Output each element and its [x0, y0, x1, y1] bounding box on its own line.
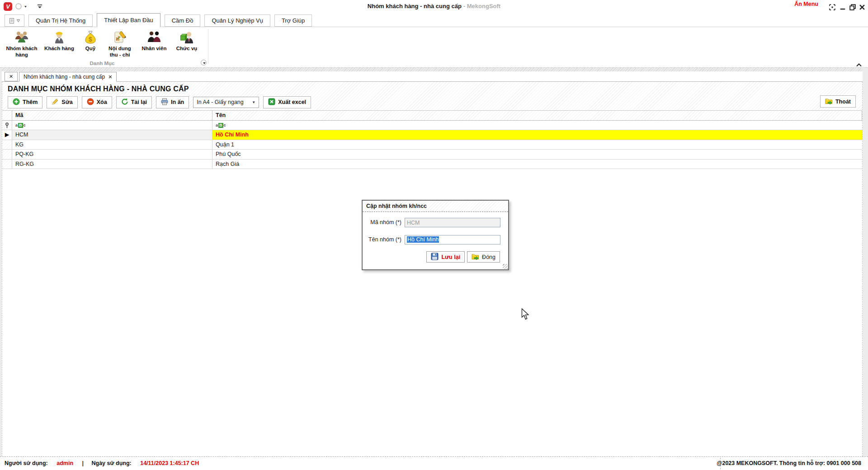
cell-ma[interactable]: KG: [12, 140, 212, 150]
ribbon-item-noi-dung-thu-chi[interactable]: Nội dung thu - chi: [103, 29, 137, 59]
cell-ten[interactable]: Phú Quốc: [212, 150, 862, 160]
chevron-down-icon: ▼: [252, 100, 255, 104]
filter-input-ten[interactable]: aBc: [212, 121, 862, 130]
cell-ma[interactable]: HCM: [12, 130, 212, 140]
user-value: admin: [57, 460, 73, 466]
selected-text: Hồ Chí Minh: [407, 236, 439, 243]
resize-grip[interactable]: [503, 264, 508, 269]
date-value: 14/11/2023 1:45:17 CH: [140, 460, 199, 466]
dialog-title: Cập nhật nhóm kh/ncc: [363, 201, 508, 212]
name-field[interactable]: Hồ Chí Minh: [405, 235, 500, 244]
cell-ma[interactable]: PQ-KG: [12, 150, 212, 160]
table-row[interactable]: PQ-KG Phú Quốc: [2, 150, 862, 160]
ribbon-item-khach-hang[interactable]: Khách hàng: [41, 29, 78, 53]
hide-menu-button[interactable]: Ẩn Menu: [794, 1, 818, 7]
reload-button[interactable]: Tải lại: [116, 96, 152, 108]
export-excel-button[interactable]: Xuất excel: [263, 96, 311, 108]
ribbon-item-quy[interactable]: $ Quỹ: [78, 29, 103, 53]
ribbon-collapse-chevron-icon[interactable]: [856, 62, 862, 68]
filter-input-ma[interactable]: aBc: [12, 121, 212, 130]
status-bar: Người sử dụng: admin | Ngày sử dụng: 14/…: [0, 456, 868, 470]
cell-ten[interactable]: Hồ Chí Minh: [212, 130, 862, 140]
filter-pin-icon[interactable]: [2, 121, 12, 130]
code-field-label: Mã nhóm (*): [334, 218, 401, 227]
table-row[interactable]: ▶ HCM Hồ Chí Minh: [2, 130, 862, 140]
close-dialog-button[interactable]: Đóng: [467, 251, 500, 263]
minimize-button[interactable]: [840, 4, 847, 11]
title-bar: V ▼ Nhóm khách hàng - nhà cung cấp- Meko…: [0, 0, 868, 13]
ribbon-tab-bar: Quản Trị Hệ Thống Thiết Lập Ban Đầu Cầm …: [0, 13, 868, 27]
cell-ten[interactable]: Rạch Giá: [212, 160, 862, 169]
app-window: V ▼ Nhóm khách hàng - nhà cung cấp- Meko…: [0, 0, 868, 470]
tab-quan-ly-nghiep-vu[interactable]: Quản Lý Nghiệp Vụ: [204, 14, 270, 27]
exit-button[interactable]: Thoát: [820, 95, 856, 108]
close-all-tabs-button[interactable]: ✕: [5, 72, 18, 81]
mouse-cursor: [521, 308, 529, 321]
filter-abc-icon: aBc: [15, 123, 26, 128]
table-row[interactable]: RG-KG Rạch Giá: [2, 160, 862, 169]
fullscreen-button[interactable]: [829, 4, 836, 11]
page-title: DANH MỤC NHÓM KHÁCH HÀNG - NHÀ CUNG CẤP: [2, 82, 862, 94]
tab-cam-do[interactable]: Cầm Đồ: [165, 14, 201, 27]
excel-icon: [268, 98, 275, 107]
tab-tro-giup[interactable]: Trợ Giúp: [274, 14, 312, 27]
edit-button[interactable]: Sửa: [47, 96, 77, 108]
document-tab-active[interactable]: Nhóm khách hàng - nhà cung cấp ✕: [19, 72, 117, 82]
cell-ten[interactable]: Quận 1: [212, 140, 862, 150]
column-header-ma[interactable]: Mã: [12, 111, 212, 121]
ribbon-group-separator: [208, 29, 208, 64]
column-header-ten[interactable]: Tên: [212, 111, 862, 121]
tab-thiet-lap-ban-dau[interactable]: Thiết Lập Ban Đầu: [97, 13, 160, 27]
ribbon-item-nhom-khach-hang[interactable]: Nhóm khách hàng: [3, 29, 41, 59]
pencil-icon: [52, 98, 59, 107]
restore-button[interactable]: [849, 4, 857, 11]
name-field-label: Tên nhóm (*): [334, 235, 401, 244]
tab-quan-tri-he-thong[interactable]: Quản Trị Hệ Thống: [28, 14, 93, 27]
cell-ma[interactable]: RG-KG: [12, 160, 212, 169]
printer-icon: [161, 98, 168, 107]
ribbon-item-chuc-vu[interactable]: Chức vụ: [172, 29, 202, 53]
notepad-icon: [113, 30, 127, 44]
floppy-disk-icon: [431, 253, 439, 262]
update-group-dialog: Cập nhật nhóm kh/ncc Mã nhóm (*) Tên nhó…: [362, 200, 509, 270]
data-grid: Mã Tên aBc aBc ▶ HCM Hồ Chí Minh: [2, 110, 862, 169]
date-label: Ngày sử dụng:: [92, 460, 132, 466]
save-button[interactable]: Lưu lại: [426, 251, 465, 263]
money-bag-icon: $: [83, 30, 98, 44]
plus-icon: [13, 98, 20, 107]
ribbon-item-nhan-vien[interactable]: Nhân viên: [137, 29, 172, 53]
close-tab-icon[interactable]: ✕: [108, 75, 112, 80]
grid-header-gutter: [2, 111, 12, 121]
document-area-top-strip: [2, 68, 863, 71]
code-field: [405, 218, 500, 227]
grid-header-row: Mã Tên: [2, 111, 862, 121]
grid-filter-row: aBc aBc: [2, 121, 862, 130]
table-row[interactable]: KG Quận 1: [2, 140, 862, 150]
ribbon-group-collapse-button[interactable]: [201, 60, 207, 66]
add-button[interactable]: Thêm: [8, 96, 42, 108]
staff-icon: [147, 30, 161, 44]
delete-button[interactable]: Xóa: [82, 96, 112, 108]
minus-icon: [87, 98, 94, 107]
document-tab-label: Nhóm khách hàng - nhà cung cấp: [24, 74, 105, 80]
svg-text:$: $: [89, 36, 92, 43]
row-gutter: [2, 150, 12, 160]
close-icon[interactable]: ✕: [9, 74, 13, 79]
ribbon-menu-button[interactable]: [5, 14, 24, 27]
status-separator: |: [82, 460, 84, 466]
selected-row-marker-icon: ▶: [2, 130, 12, 140]
refresh-icon: [121, 98, 128, 107]
copyright-text: @2023 MEKONGSOFT. Thông tin hỗ trợ: 0901…: [717, 457, 861, 470]
ribbon-body: Nhóm khách hàng Khách hàng $ Quỹ: [0, 27, 868, 68]
ribbon-group-danh-muc: Nhóm khách hàng Khách hàng $ Quỹ: [0, 27, 208, 67]
people-group-icon: [14, 30, 29, 44]
toolbar: Thêm Sửa Xóa Tải lại In ấn: [2, 94, 862, 109]
window-title: Nhóm khách hàng - nhà cung cấp- MekongSo…: [0, 3, 868, 9]
ribbon-group-label: Danh Mục: [0, 61, 204, 66]
print-mode-value: In A4 - Giấy ngang: [197, 99, 244, 105]
position-icon: [179, 30, 194, 44]
print-mode-select[interactable]: In A4 - Giấy ngang ▼: [193, 97, 259, 108]
filter-abc-icon: aBc: [216, 123, 226, 128]
print-button[interactable]: In ấn: [156, 96, 189, 108]
close-button[interactable]: [859, 4, 866, 11]
